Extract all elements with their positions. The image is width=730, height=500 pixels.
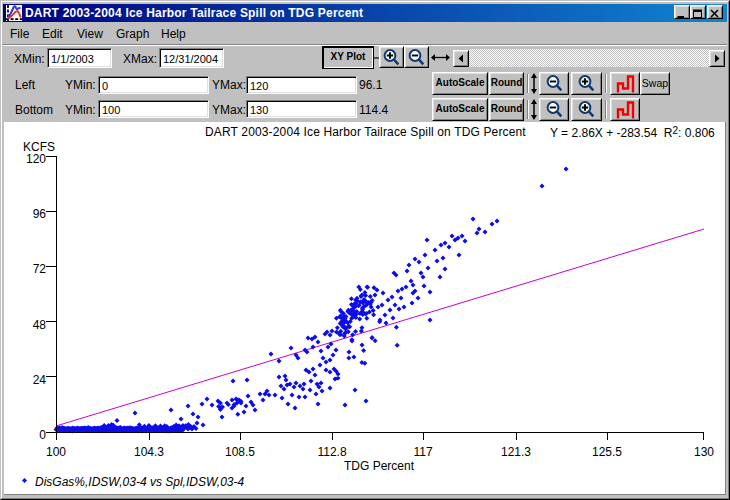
svg-text:TDG Percent: TDG Percent bbox=[344, 459, 415, 473]
svg-text:130: 130 bbox=[694, 445, 714, 459]
svg-text:104.3: 104.3 bbox=[134, 445, 164, 459]
svg-text:121.3: 121.3 bbox=[501, 445, 531, 459]
svg-text:24: 24 bbox=[33, 373, 47, 387]
svg-text:72: 72 bbox=[33, 262, 47, 276]
svg-text:96: 96 bbox=[33, 207, 47, 221]
svg-text:0: 0 bbox=[39, 428, 46, 442]
svg-text:112.8: 112.8 bbox=[317, 445, 346, 459]
svg-text:48: 48 bbox=[33, 318, 47, 332]
svg-text:120: 120 bbox=[26, 152, 46, 166]
svg-text:100: 100 bbox=[46, 445, 66, 459]
svg-text:117: 117 bbox=[413, 445, 432, 459]
svg-text:125.5: 125.5 bbox=[592, 445, 622, 459]
svg-text:108.5: 108.5 bbox=[225, 445, 255, 459]
